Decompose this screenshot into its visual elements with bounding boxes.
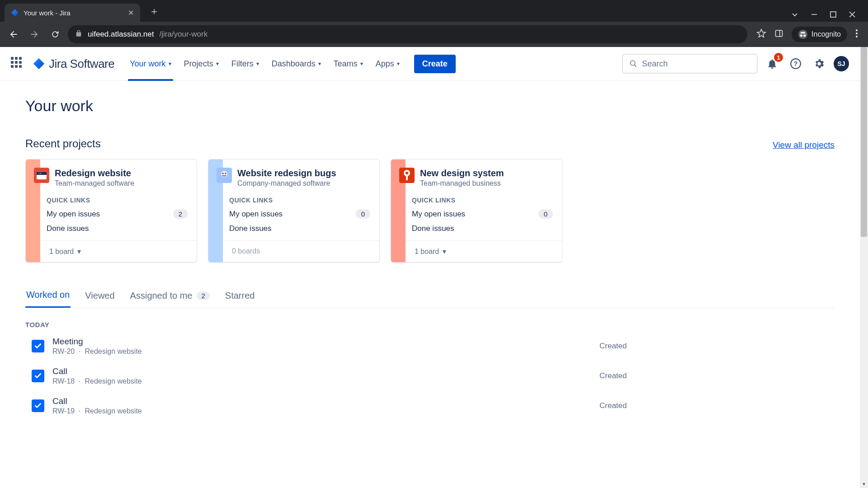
my-open-issues-link[interactable]: My open issues 2 (47, 209, 188, 219)
issue-status: Created (599, 342, 835, 351)
issue-meta: RW-19 · Redesign website (52, 407, 591, 415)
tab-search-icon[interactable] (791, 11, 798, 18)
notification-count-badge: 1 (774, 53, 783, 62)
svg-rect-14 (37, 172, 47, 175)
nav-item-label: Dashboards (272, 59, 316, 69)
minimize-icon[interactable] (811, 11, 817, 18)
nav-item-projects[interactable]: Projects▾ (179, 47, 224, 81)
issue-meta: RW-18 · Redesign website (52, 377, 591, 385)
svg-point-15 (38, 173, 39, 174)
user-avatar[interactable]: SJ (834, 56, 849, 71)
url-input[interactable]: uifeed.atlassian.net/jira/your-work (68, 25, 747, 43)
jira-top-nav: Jira Software Your work▾Projects▾Filters… (0, 47, 860, 81)
notifications-button[interactable]: 1 (763, 55, 781, 73)
project-card[interactable]: Website redesign bugs Company-managed so… (208, 159, 380, 263)
svg-rect-2 (776, 30, 783, 36)
browser-menu-icon[interactable] (855, 29, 858, 40)
project-card[interactable]: New design system Team-managed business … (391, 159, 562, 263)
maximize-icon[interactable] (830, 11, 836, 18)
nav-item-apps[interactable]: Apps▾ (370, 47, 405, 81)
project-type: Team-managed software (55, 179, 134, 188)
tab-starred[interactable]: Starred (224, 290, 256, 308)
new-tab-button[interactable]: ＋ (146, 1, 163, 22)
project-card[interactable]: Redesign website Team-managed software Q… (25, 159, 197, 263)
nav-forward-icon (26, 26, 42, 42)
task-icon (32, 399, 44, 412)
svg-point-6 (856, 33, 858, 34)
tab-label: Starred (225, 291, 255, 301)
tab-label: Worked on (26, 290, 70, 300)
nav-item-teams[interactable]: Teams▾ (328, 47, 368, 81)
my-open-issues-link[interactable]: My open issues 0 (229, 209, 370, 219)
project-cards: Redesign website Team-managed software Q… (25, 159, 835, 263)
incognito-label: Incognito (811, 30, 841, 38)
help-button[interactable]: ? (787, 55, 805, 73)
open-issues-count: 0 (538, 209, 553, 219)
svg-point-7 (856, 36, 858, 38)
done-issues-link[interactable]: Done issues (229, 224, 370, 233)
view-all-projects-link[interactable]: View all projects (773, 140, 835, 150)
app-switcher-icon[interactable] (11, 57, 24, 70)
jira-favicon-icon (11, 9, 19, 17)
quick-links-label: QUICK LINKS (47, 197, 188, 204)
project-icon (34, 168, 49, 183)
svg-point-19 (222, 173, 224, 174)
issue-row[interactable]: Call RW-18 · Redesign website Created (25, 358, 835, 388)
my-open-issues-label: My open issues (47, 210, 100, 219)
settings-button[interactable] (810, 55, 828, 73)
tab-assigned-to-me[interactable]: Assigned to me2 (129, 290, 211, 308)
nav-item-label: Apps (376, 59, 394, 69)
scrollbar-thumb[interactable] (861, 47, 867, 237)
project-type: Company-managed software (237, 179, 336, 188)
nav-item-filters[interactable]: Filters▾ (226, 47, 264, 81)
svg-rect-23 (406, 175, 408, 180)
incognito-badge[interactable]: Incognito (792, 27, 847, 42)
nav-item-label: Projects (184, 59, 213, 69)
chevron-down-icon: ▾ (397, 61, 400, 67)
my-open-issues-label: My open issues (412, 210, 465, 219)
issue-row[interactable]: Call RW-19 · Redesign website Created (25, 388, 835, 418)
boards-dropdown[interactable]: 1 board▾ (40, 240, 197, 262)
search-icon (629, 60, 637, 68)
tab-close-icon[interactable]: ✕ (128, 9, 134, 17)
my-open-issues-link[interactable]: My open issues 0 (412, 209, 553, 219)
boards-dropdown[interactable]: 1 board▾ (406, 240, 562, 262)
project-name: New design system (420, 168, 504, 178)
done-issues-link[interactable]: Done issues (412, 224, 553, 233)
scrollbar[interactable]: ▾ (860, 47, 868, 488)
tab-worked-on[interactable]: Worked on (25, 290, 71, 308)
group-today-label: TODAY (25, 321, 835, 328)
jira-logo[interactable]: Jira Software (33, 57, 114, 71)
nav-item-label: Filters (231, 59, 254, 69)
search-placeholder: Search (642, 59, 668, 69)
close-window-icon[interactable] (849, 11, 855, 18)
quick-links-label: QUICK LINKS (412, 197, 553, 204)
nav-back-icon[interactable] (5, 26, 22, 42)
tab-label: Assigned to me (130, 291, 193, 301)
tab-bar: Your work - Jira ✕ ＋ (0, 0, 868, 22)
search-input[interactable]: Search (622, 54, 758, 74)
boards-count: 0 boards (232, 247, 260, 255)
nav-reload-icon[interactable] (47, 26, 63, 42)
nav-item-label: Your work (130, 59, 165, 69)
nav-item-your-work[interactable]: Your work▾ (124, 47, 176, 81)
tab-viewed[interactable]: Viewed (84, 290, 115, 308)
project-name: Redesign website (55, 168, 134, 178)
create-button[interactable]: Create (414, 55, 456, 73)
done-issues-link[interactable]: Done issues (47, 224, 188, 233)
nav-item-dashboards[interactable]: Dashboards▾ (266, 47, 326, 81)
bookmark-star-icon[interactable] (756, 28, 766, 40)
issue-row[interactable]: Meeting RW-20 · Redesign website Created (25, 328, 835, 358)
browser-tab[interactable]: Your work - Jira ✕ (5, 4, 140, 22)
svg-point-5 (856, 29, 858, 31)
side-panel-icon[interactable] (774, 29, 783, 40)
project-icon (217, 168, 232, 183)
work-tabs: Worked onViewedAssigned to me2Starred (25, 290, 835, 308)
scrollbar-arrow-down-icon[interactable]: ▾ (860, 481, 868, 487)
issue-list: Meeting RW-20 · Redesign website Created… (25, 328, 835, 418)
boards-count: 1 board (415, 248, 439, 256)
svg-point-16 (40, 173, 41, 174)
window-controls (791, 11, 863, 22)
done-issues-label: Done issues (412, 224, 454, 233)
svg-point-24 (406, 172, 408, 174)
